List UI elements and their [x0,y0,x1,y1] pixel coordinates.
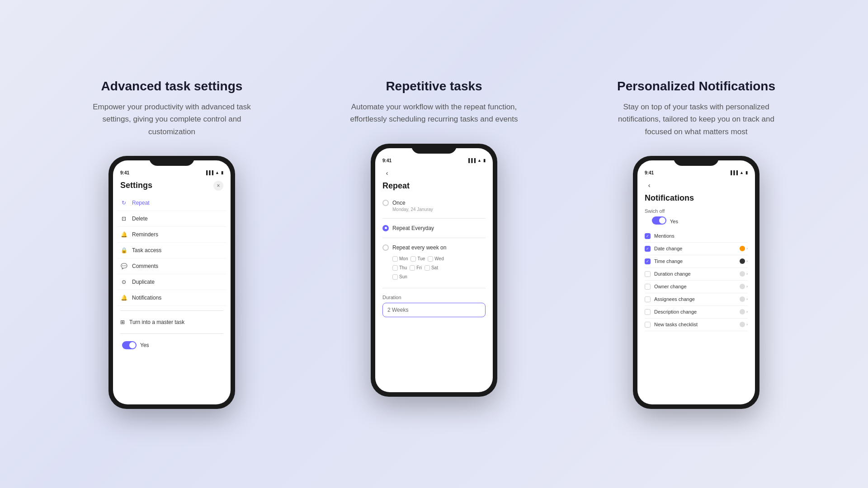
notif-item-mentions[interactable]: Mentions [645,230,748,243]
time-3: 9:41 [645,170,654,175]
notif-checkbox-checklist [645,322,651,328]
day-sat[interactable]: Sat [425,265,438,271]
chevron-owner-icon: › [746,284,748,289]
repeat-icon: ↻ [120,199,127,206]
wifi-icon: ▲ [215,170,219,175]
notif-list: Mentions Date change › Time c [637,230,755,331]
duration-label: Duration [382,295,486,300]
notif-item-duration[interactable]: Duration change › [645,268,748,281]
color-dot-description [740,309,745,314]
notif-checkbox-duration [645,271,651,277]
phone-settings: 9:41 ▐▐▐ ▲ ▮ Settings × ↻ R [108,156,235,409]
settings-item-comments[interactable]: 💬 Comments [117,258,227,274]
notif-back-button[interactable]: ‹ [645,181,654,190]
settings-item-notifications[interactable]: 🔔 Notifications [117,290,227,306]
settings-divider-2 [120,333,223,334]
chevron-date-icon: › [746,246,748,251]
notif-color-row-time: › [740,258,748,264]
notif-checkbox-assignees [645,296,651,302]
day-wed-label: Wed [434,256,443,261]
settings-label-delete: Delete [132,216,148,222]
notif-color-row-checklist: › [740,322,748,327]
phone-repeat: 9:41 ▐▐▐ ▲ ▮ ‹ Repeat [371,144,497,397]
duration-input[interactable] [382,303,486,317]
back-button[interactable]: ‹ [382,169,392,178]
settings-item-duplicate[interactable]: ⊙ Duplicate [117,274,227,290]
notif-item-description[interactable]: Description change › [645,306,748,319]
notif-color-row-assignees: › [740,296,748,302]
day-thu-label: Thu [399,265,407,270]
radio-once-circle [382,200,389,206]
repeat-divider-3 [382,288,486,288]
chevron-description-icon: › [746,310,748,314]
settings-divider [120,310,223,311]
notif-label-time: Time change [654,258,683,264]
notif-label-description: Description change [654,309,697,314]
close-button[interactable]: × [213,181,223,191]
settings-list: ↻ Repeat ⊡ Delete 🔔 Reminders 🔒 Task acc… [113,195,231,306]
settings-label-duplicate: Duplicate [132,279,155,285]
day-fri[interactable]: Fri [410,265,422,271]
day-mon[interactable]: Mon [392,256,408,262]
radio-once-sub: Monday, 24 Januray [382,207,486,212]
duration-section: Duration [375,291,493,321]
notif-item-owner[interactable]: Owner change › [645,281,748,293]
settings-item-reminders[interactable]: 🔔 Reminders [117,227,227,243]
phone-screen-2: 9:41 ▐▐▐ ▲ ▮ ‹ Repeat [375,148,493,392]
notif-label-date: Date change [654,246,682,251]
radio-once-label: Once [392,200,406,206]
column-advanced: Advanced task settings Empower your prod… [59,79,285,409]
day-wed[interactable]: Wed [428,256,443,262]
settings-label-repeat: Repeat [132,200,150,206]
notif-color-row-description: › [740,309,748,314]
lock-icon: 🔒 [120,247,127,254]
repeat-option-once[interactable]: Once Monday, 24 Januray [375,196,493,216]
status-bar-2: 9:41 ▐▐▐ ▲ ▮ [375,155,493,165]
notif-item-time[interactable]: Time change › [645,255,748,268]
notif-color-row-date: › [740,246,748,251]
master-task-label: Turn into a master task [129,319,184,325]
chevron-checklist-icon: › [746,322,748,327]
settings-item-delete[interactable]: ⊡ Delete [117,211,227,227]
notif-color-row-duration: › [740,271,748,277]
col1-desc: Empower your productivity with advanced … [86,101,258,138]
day-tue[interactable]: Tue [410,256,425,262]
settings-label-task-access: Task access [132,247,161,253]
days-row-3: Sun [392,272,486,282]
phone-screen-1: 9:41 ▐▐▐ ▲ ▮ Settings × ↻ R [113,160,231,404]
notif-title: Notifications [637,193,755,206]
notif-item-checklist[interactable]: New tasks checklist › [645,319,748,331]
time-2: 9:41 [382,158,392,163]
settings-item-task-access[interactable]: 🔒 Task access [117,243,227,258]
day-sun-label: Sun [399,274,407,279]
notif-back-icon: ‹ [648,182,651,189]
phone-notch-3 [674,156,719,166]
toggle-switch[interactable] [122,341,137,349]
day-mon-check [392,256,398,262]
time-1: 9:41 [120,170,129,175]
repeat-option-weekly[interactable]: Repeat every week on Mon Tue [375,241,493,285]
notif-color-row-owner: › [740,284,748,289]
notif-item-assignees[interactable]: Assignees change › [645,293,748,306]
phone-screen-3: 9:41 ▐▐▐ ▲ ▮ ‹ Notifications Swich off [637,160,755,404]
col3-desc: Stay on top of your tasks with personali… [610,101,782,138]
status-icons-2: ▐▐▐ ▲ ▮ [467,158,486,163]
col2-desc: Automate your workflow with the repeat f… [348,101,520,125]
repeat-option-everyday[interactable]: Repeat Everyday [375,221,493,235]
day-thu[interactable]: Thu [392,265,407,271]
settings-item-repeat[interactable]: ↻ Repeat [117,195,227,211]
notif-toggle-label: Yes [670,219,678,224]
notif-checkbox-date [645,246,651,252]
radio-everyday-circle [382,225,389,231]
status-icons-1: ▐▐▐ ▲ ▮ [205,170,223,175]
settings-header: Settings × [113,177,231,195]
day-sun[interactable]: Sun [392,274,407,280]
day-sat-check [425,265,430,271]
close-icon: × [217,183,220,189]
phone-notifications: 9:41 ▐▐▐ ▲ ▮ ‹ Notifications Swich off [633,156,760,409]
notif-toggle[interactable] [652,216,666,225]
day-tue-label: Tue [417,256,425,261]
notif-checkbox-owner [645,284,651,290]
notif-item-date[interactable]: Date change › [645,243,748,255]
notif-label-owner: Owner change [654,284,687,289]
